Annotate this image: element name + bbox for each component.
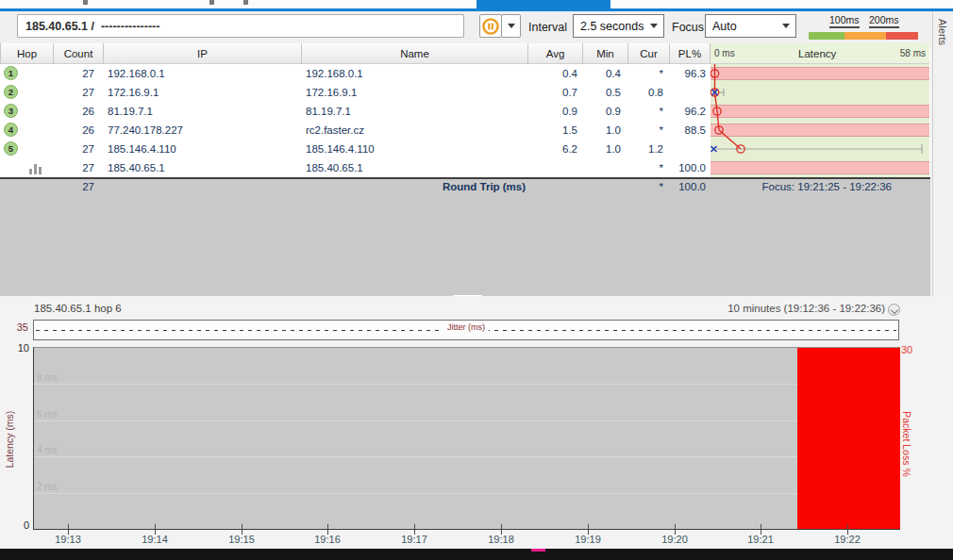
latency-mini-graph (711, 140, 929, 158)
clipped-tab-text (83, 0, 88, 5)
header-latency[interactable]: 0 ms Latency 58 ms (711, 43, 929, 64)
packet-loss-axis-max: 30 (901, 344, 912, 355)
pause-button[interactable] (479, 14, 502, 38)
interval-select[interactable]: 2.5 seconds (573, 14, 664, 38)
hop-badge: 3 (4, 104, 18, 118)
hop-badge: 5 (4, 141, 18, 156)
timeline-range-dropdown[interactable] (888, 304, 900, 316)
edge-accent (531, 549, 545, 552)
trace-table: Hop Count IP Name Avg Min Cur PL% 0 ms L… (0, 43, 930, 177)
gridline-8ms (34, 384, 900, 385)
round-trip-row[interactable]: 27 Round Trip (ms) * 100.0 Focus: 19:21:… (0, 181, 930, 200)
jitter-strip: Jitter (ms) (33, 320, 899, 340)
hop-badge: 1 (4, 66, 18, 80)
jitter-label: Jitter (ms) (443, 322, 489, 332)
latency-mini-graph (711, 158, 929, 177)
clipped-tab-text (243, 0, 248, 5)
header-pl[interactable]: PL% (670, 43, 711, 64)
summary-panel: 27 Round Trip (ms) * 100.0 Focus: 19:21:… (0, 177, 930, 296)
gridline-4ms (34, 456, 900, 457)
latency-mini-graph (711, 121, 929, 140)
x-tick-label: 19:14 (131, 534, 178, 545)
table-row[interactable]: 4 26 77.240.178.227 rc2.faster.cz 1.5 1.… (0, 121, 930, 140)
x-tick-label: 19:20 (651, 534, 698, 545)
bar-chart-icon (29, 163, 42, 174)
latency-mini-graph (711, 83, 929, 102)
trace-table-header: Hop Count IP Name Avg Min Cur PL% 0 ms L… (0, 43, 930, 64)
interval-value: 2.5 seconds (580, 20, 644, 33)
legend-gradient-bar (809, 32, 918, 40)
gridline-label: 4 ms (37, 445, 58, 455)
round-trip-label: Round Trip (ms) (443, 181, 526, 192)
target-input[interactable] (17, 14, 464, 38)
jitter-axis-max: 35 (6, 321, 28, 333)
header-hop[interactable]: Hop (0, 43, 54, 64)
latency-mini-graph (711, 64, 929, 83)
header-avg[interactable]: Avg (528, 43, 583, 64)
table-row[interactable]: 3 26 81.19.7.1 81.19.7.1 0.9 0.9 * 96.2 (0, 102, 930, 121)
x-tick-label: 19:15 (218, 534, 265, 545)
x-tick-label: 19:13 (44, 534, 92, 545)
focus-value: Auto (712, 20, 737, 33)
chevron-down-icon (508, 24, 515, 28)
header-ip[interactable]: IP (104, 43, 302, 64)
focus-range-label: Focus: 19:21:25 - 19:22:36 (762, 181, 892, 192)
latency-axis-min: 0 (0, 519, 29, 531)
latency-max-label: 58 ms (900, 48, 926, 58)
gridline-label: 6 ms (37, 409, 58, 420)
timeline-range-label: 10 minutes (19:12:36 - 19:22:36) (727, 303, 885, 314)
packet-loss-bar (797, 348, 900, 529)
chevron-down-icon (891, 305, 898, 313)
pingplotter-window: Interval 2.5 seconds Focus Auto 100ms 20… (0, 0, 953, 560)
hop-badge: 4 (4, 123, 18, 137)
timeline-plot[interactable]: 8 ms 6 ms 4 ms 2 ms (33, 347, 900, 530)
chevron-down-icon (650, 24, 658, 28)
gridline-6ms (34, 420, 900, 421)
legend-100ms-label: 100ms (829, 14, 860, 28)
header-count[interactable]: Count (54, 43, 104, 64)
legend-200ms-label: 200ms (869, 14, 899, 28)
x-tick-label: 19:19 (564, 534, 611, 545)
pause-icon (481, 17, 500, 36)
hop-badge: 2 (4, 85, 18, 99)
interval-label: Interval (528, 11, 567, 43)
focus-select[interactable]: Auto (705, 14, 796, 38)
round-trip-pl: 100.0 (657, 181, 706, 192)
tab-bar (0, 0, 953, 11)
latency-color-legend: 100ms 200ms (807, 13, 920, 41)
gridline-label: 8 ms (37, 372, 58, 383)
header-min[interactable]: Min (583, 43, 628, 64)
header-cur[interactable]: Cur (628, 43, 670, 64)
table-row[interactable]: 27 185.40.65.1 185.40.65.1 * 100.0 (0, 158, 930, 177)
x-tick-label: 19:17 (391, 534, 438, 545)
pause-dropdown-button[interactable] (501, 14, 521, 38)
alerts-side-tab-label: Alerts (937, 19, 948, 45)
gridline-2ms (34, 493, 900, 494)
latency-axis-label: Latency (ms) (4, 402, 15, 477)
alerts-side-tab[interactable]: Alerts (932, 11, 953, 296)
table-row[interactable]: 2 27 172.16.9.1 172.16.9.1 0.7 0.5 0.8 (0, 83, 930, 102)
latency-title: Latency (798, 48, 836, 59)
packet-loss-axis-label: Packet Loss % (901, 402, 912, 486)
x-tick-label: 19:16 (304, 534, 351, 545)
window-bottom-edge (0, 549, 953, 560)
x-tick-label: 19:21 (737, 534, 784, 545)
latency-min-label: 0 ms (714, 48, 735, 58)
timeline-title: 185.40.65.1 hop 6 (34, 303, 122, 314)
chevron-down-icon (782, 24, 790, 28)
focus-label: Focus (672, 11, 704, 43)
timeline-section: 185.40.65.1 hop 6 10 minutes (19:12:36 -… (0, 296, 953, 549)
latency-axis-max: 10 (0, 342, 29, 354)
table-row[interactable]: 5 27 185.146.4.110 185.146.4.110 6.2 1.0… (0, 140, 930, 158)
gridline-label: 2 ms (37, 482, 58, 492)
toolbar: Interval 2.5 seconds Focus Auto 100ms 20… (0, 11, 932, 44)
x-tick-label: 19:22 (824, 534, 871, 545)
round-trip-count: 27 (0, 181, 94, 192)
clipped-tab-text (209, 0, 214, 5)
table-row[interactable]: 1 27 192.168.0.1 192.168.0.1 0.4 0.4 * 9… (0, 64, 930, 83)
x-tick-label: 19:18 (477, 534, 525, 545)
latency-mini-graph (711, 102, 929, 121)
header-name[interactable]: Name (302, 43, 528, 64)
